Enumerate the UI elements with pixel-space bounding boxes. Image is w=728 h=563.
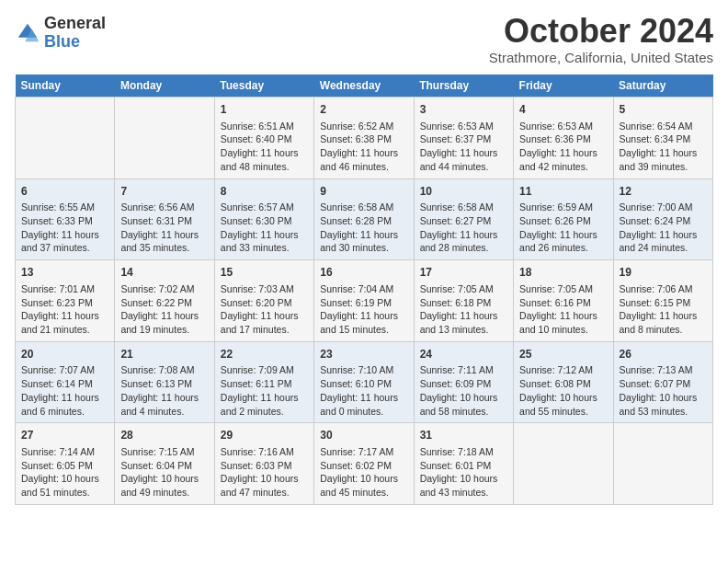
calendar-cell [514, 423, 613, 505]
calendar-cell: 27Sunrise: 7:14 AM Sunset: 6:05 PM Dayli… [16, 423, 115, 505]
day-info: Sunrise: 7:03 AM Sunset: 6:20 PM Dayligh… [221, 282, 308, 337]
calendar-cell [115, 98, 214, 179]
calendar-cell: 7Sunrise: 6:56 AM Sunset: 6:31 PM Daylig… [115, 178, 214, 260]
day-info: Sunrise: 6:57 AM Sunset: 6:30 PM Dayligh… [221, 201, 308, 255]
calendar-cell: 5Sunrise: 6:54 AM Sunset: 6:34 PM Daylig… [613, 98, 712, 179]
day-number: 31 [420, 428, 507, 443]
day-info: Sunrise: 6:55 AM Sunset: 6:33 PM Dayligh… [21, 201, 108, 255]
calendar-table: SundayMondayTuesdayWednesdayThursdayFrid… [15, 75, 713, 505]
day-info: Sunrise: 6:51 AM Sunset: 6:40 PM Dayligh… [221, 120, 308, 174]
day-number: 10 [420, 184, 507, 200]
day-number: 7 [120, 184, 208, 200]
day-info: Sunrise: 7:09 AM Sunset: 6:11 PM Dayligh… [221, 363, 308, 418]
day-info: Sunrise: 7:17 AM Sunset: 6:02 PM Dayligh… [320, 445, 407, 500]
day-info: Sunrise: 7:05 AM Sunset: 6:18 PM Dayligh… [420, 282, 507, 337]
day-info: Sunrise: 7:10 AM Sunset: 6:10 PM Dayligh… [320, 363, 407, 418]
calendar-cell: 24Sunrise: 7:11 AM Sunset: 6:09 PM Dayli… [414, 341, 513, 423]
day-info: Sunrise: 7:11 AM Sunset: 6:09 PM Dayligh… [420, 363, 507, 418]
calendar-cell: 9Sunrise: 6:58 AM Sunset: 6:28 PM Daylig… [314, 178, 414, 260]
calendar-cell: 19Sunrise: 7:06 AM Sunset: 6:15 PM Dayli… [613, 260, 712, 342]
day-info: Sunrise: 7:01 AM Sunset: 6:23 PM Dayligh… [21, 282, 108, 337]
day-info: Sunrise: 7:00 AM Sunset: 6:24 PM Dayligh… [620, 201, 707, 255]
calendar-cell [613, 423, 712, 505]
calendar-cell: 6Sunrise: 6:55 AM Sunset: 6:33 PM Daylig… [16, 178, 115, 260]
calendar-cell: 18Sunrise: 7:05 AM Sunset: 6:16 PM Dayli… [514, 260, 613, 342]
calendar-cell [16, 98, 115, 179]
logo-line2: Blue [44, 33, 106, 52]
day-number: 16 [320, 265, 407, 281]
day-number: 1 [221, 102, 308, 118]
day-number: 19 [620, 265, 707, 281]
calendar-cell: 14Sunrise: 7:02 AM Sunset: 6:22 PM Dayli… [115, 260, 214, 342]
calendar-cell: 30Sunrise: 7:17 AM Sunset: 6:02 PM Dayli… [314, 423, 414, 505]
day-number: 12 [620, 184, 707, 200]
calendar-week-row: 27Sunrise: 7:14 AM Sunset: 6:05 PM Dayli… [16, 423, 713, 505]
day-number: 27 [21, 428, 108, 443]
day-info: Sunrise: 6:58 AM Sunset: 6:27 PM Dayligh… [420, 201, 507, 255]
day-number: 20 [21, 347, 108, 362]
calendar-cell: 20Sunrise: 7:07 AM Sunset: 6:14 PM Dayli… [16, 341, 115, 423]
calendar-cell: 3Sunrise: 6:53 AM Sunset: 6:37 PM Daylig… [414, 98, 513, 179]
weekday-header: Thursday [414, 75, 513, 98]
day-number: 30 [320, 428, 407, 443]
day-info: Sunrise: 6:58 AM Sunset: 6:28 PM Dayligh… [320, 201, 407, 255]
weekday-header: Wednesday [314, 75, 414, 98]
day-info: Sunrise: 7:16 AM Sunset: 6:03 PM Dayligh… [221, 445, 308, 500]
day-number: 17 [420, 265, 507, 281]
weekday-header: Friday [514, 75, 613, 98]
day-info: Sunrise: 7:14 AM Sunset: 6:05 PM Dayligh… [21, 445, 108, 500]
day-number: 9 [320, 184, 407, 200]
calendar-header: SundayMondayTuesdayWednesdayThursdayFrid… [16, 75, 713, 98]
day-info: Sunrise: 6:53 AM Sunset: 6:37 PM Dayligh… [420, 120, 507, 174]
day-number: 26 [620, 347, 707, 362]
day-info: Sunrise: 7:04 AM Sunset: 6:19 PM Dayligh… [320, 282, 407, 337]
day-number: 3 [420, 102, 507, 118]
day-number: 29 [221, 428, 308, 443]
logo: General Blue [15, 15, 106, 52]
calendar-cell: 8Sunrise: 6:57 AM Sunset: 6:30 PM Daylig… [214, 178, 313, 260]
day-number: 25 [519, 347, 607, 362]
calendar-cell: 22Sunrise: 7:09 AM Sunset: 6:11 PM Dayli… [214, 341, 313, 423]
calendar-week-row: 1Sunrise: 6:51 AM Sunset: 6:40 PM Daylig… [16, 98, 713, 179]
day-number: 24 [420, 347, 507, 362]
page-header: General Blue October 2024 Strathmore, Ca… [15, 15, 713, 65]
day-number: 18 [519, 265, 607, 281]
day-info: Sunrise: 6:56 AM Sunset: 6:31 PM Dayligh… [120, 201, 208, 255]
day-info: Sunrise: 6:53 AM Sunset: 6:36 PM Dayligh… [519, 120, 607, 174]
day-number: 2 [320, 102, 407, 118]
day-info: Sunrise: 7:12 AM Sunset: 6:08 PM Dayligh… [519, 363, 607, 418]
calendar-cell: 2Sunrise: 6:52 AM Sunset: 6:38 PM Daylig… [314, 98, 414, 179]
calendar-cell: 10Sunrise: 6:58 AM Sunset: 6:27 PM Dayli… [414, 178, 513, 260]
weekday-header: Monday [115, 75, 214, 98]
day-info: Sunrise: 7:02 AM Sunset: 6:22 PM Dayligh… [120, 282, 208, 337]
calendar-cell: 21Sunrise: 7:08 AM Sunset: 6:13 PM Dayli… [115, 341, 214, 423]
day-info: Sunrise: 7:06 AM Sunset: 6:15 PM Dayligh… [620, 282, 707, 337]
calendar-cell: 28Sunrise: 7:15 AM Sunset: 6:04 PM Dayli… [115, 423, 214, 505]
calendar-cell: 1Sunrise: 6:51 AM Sunset: 6:40 PM Daylig… [214, 98, 313, 179]
day-info: Sunrise: 6:54 AM Sunset: 6:34 PM Dayligh… [620, 120, 707, 174]
calendar-cell: 29Sunrise: 7:16 AM Sunset: 6:03 PM Dayli… [214, 423, 313, 505]
day-info: Sunrise: 7:07 AM Sunset: 6:14 PM Dayligh… [21, 363, 108, 418]
day-info: Sunrise: 6:52 AM Sunset: 6:38 PM Dayligh… [320, 120, 407, 174]
calendar-cell: 15Sunrise: 7:03 AM Sunset: 6:20 PM Dayli… [214, 260, 313, 342]
calendar-week-row: 20Sunrise: 7:07 AM Sunset: 6:14 PM Dayli… [16, 341, 713, 423]
day-number: 21 [120, 347, 208, 362]
calendar-cell: 11Sunrise: 6:59 AM Sunset: 6:26 PM Dayli… [514, 178, 613, 260]
day-info: Sunrise: 6:59 AM Sunset: 6:26 PM Dayligh… [519, 201, 607, 255]
calendar-cell: 23Sunrise: 7:10 AM Sunset: 6:10 PM Dayli… [314, 341, 414, 423]
day-info: Sunrise: 7:08 AM Sunset: 6:13 PM Dayligh… [120, 363, 208, 418]
weekday-header: Sunday [16, 75, 115, 98]
day-number: 5 [620, 102, 707, 118]
calendar-cell: 12Sunrise: 7:00 AM Sunset: 6:24 PM Dayli… [613, 178, 712, 260]
day-number: 4 [519, 102, 607, 118]
location: Strathmore, California, United States [489, 50, 713, 65]
calendar-cell: 31Sunrise: 7:18 AM Sunset: 6:01 PM Dayli… [414, 423, 513, 505]
logo-line1: General [44, 15, 106, 33]
day-number: 14 [120, 265, 208, 281]
month-title: October 2024 [489, 15, 713, 48]
logo-icon [15, 20, 40, 46]
day-number: 28 [120, 428, 208, 443]
calendar-cell: 4Sunrise: 6:53 AM Sunset: 6:36 PM Daylig… [514, 98, 613, 179]
calendar-cell: 25Sunrise: 7:12 AM Sunset: 6:08 PM Dayli… [514, 341, 613, 423]
calendar-cell: 17Sunrise: 7:05 AM Sunset: 6:18 PM Dayli… [414, 260, 513, 342]
